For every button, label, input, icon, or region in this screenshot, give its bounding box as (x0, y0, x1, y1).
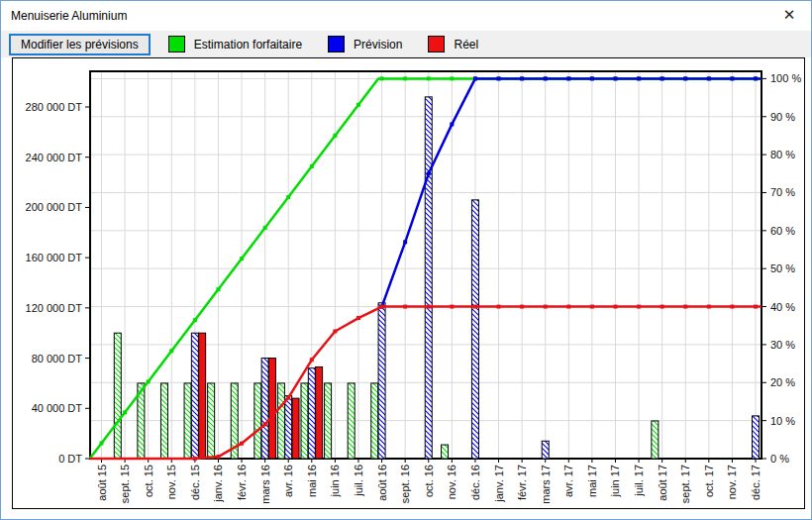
legend-label-estimation: Estimation forfaitaire (194, 38, 302, 52)
y-axis-left-label: 120 000 DT (26, 302, 83, 314)
bar-Estimation forfaitaire (277, 383, 284, 459)
marker-Estimation forfaitaire (147, 379, 151, 383)
marker-Réel (590, 305, 594, 309)
marker-Réel (566, 305, 570, 309)
modify-forecasts-button[interactable]: Modifier les prévisions (9, 34, 151, 55)
close-icon[interactable]: ✕ (775, 3, 803, 27)
marker-Réel (240, 442, 244, 446)
marker-Réel (497, 305, 501, 309)
x-axis-label: sept. 15 (119, 465, 131, 503)
y-axis-right-label: 50 % (770, 262, 795, 274)
x-axis-label: août 15 (96, 465, 108, 501)
bar-Réel (292, 398, 299, 459)
marker-Prévision (497, 76, 501, 80)
x-axis-label: janv. 16 (212, 465, 224, 503)
x-axis-label: mars 16 (259, 465, 271, 504)
x-axis-label: oct. 17 (703, 465, 715, 497)
chart-panel: août 15sept. 15oct. 15nov. 15déc. 15janv… (12, 57, 805, 509)
marker-Réel (730, 305, 734, 309)
marker-Prévision (566, 76, 570, 80)
legend-label-reel: Réel (454, 38, 478, 52)
bar-Prévision (542, 441, 549, 459)
bar-Prévision (425, 97, 432, 459)
marker-Réel (286, 396, 290, 400)
x-axis-label: févr. 17 (516, 465, 528, 500)
marker-Réel (683, 305, 687, 309)
marker-Estimation forfaitaire (193, 318, 197, 322)
bar-Réel (268, 359, 275, 459)
legend-item-prevision: Prévision (328, 36, 402, 52)
legend-swatch-reel (428, 36, 445, 52)
x-axis-label: sept. 16 (399, 465, 411, 503)
y-axis-left-label: 80 000 DT (32, 353, 83, 364)
x-axis-label: sept. 17 (679, 465, 691, 503)
app-window: Menuiserie Aluminium ✕ Modifier les prév… (0, 0, 812, 520)
bar-Estimation forfaitaire (325, 383, 332, 459)
marker-Réel (193, 457, 197, 461)
x-axis-label: juil. 16 (353, 465, 364, 497)
bar-Estimation forfaitaire (652, 421, 659, 459)
x-axis-label: août 17 (657, 465, 668, 501)
marker-Réel (754, 305, 758, 309)
toolbar: Modifier les prévisions Estimation forfa… (1, 31, 811, 57)
y-axis-left-label: 0 DT (58, 453, 82, 465)
marker-Estimation forfaitaire (240, 257, 244, 260)
marker-Réel (356, 316, 360, 320)
marker-Prévision (660, 76, 664, 80)
y-axis-left-label: 280 000 DT (26, 101, 83, 113)
marker-Réel (333, 329, 337, 333)
y-axis-left-label: 40 000 DT (32, 402, 83, 414)
x-axis-label: août 16 (376, 465, 388, 501)
x-axis-label: janv. 17 (493, 465, 505, 503)
marker-Estimation forfaitaire (169, 349, 173, 353)
marker-Réel (216, 455, 220, 459)
bar-Réel (199, 333, 206, 459)
x-axis-label: mai 16 (306, 465, 318, 497)
x-axis-label: avr. 17 (562, 465, 574, 497)
marker-Prévision (613, 76, 617, 80)
x-axis-label: déc. 17 (750, 465, 761, 500)
marker-Prévision (637, 76, 641, 80)
marker-Réel (263, 422, 267, 426)
marker-Réel (660, 305, 664, 309)
bar-Prévision (308, 368, 315, 459)
marker-Réel (473, 305, 477, 309)
y-axis-right-label: 20 % (770, 376, 795, 388)
x-axis-label: déc. 15 (189, 465, 201, 500)
bar-Estimation forfaitaire (442, 445, 449, 459)
bar-Prévision (378, 303, 385, 459)
y-axis-left-label: 160 000 DT (26, 252, 83, 263)
marker-Estimation forfaitaire (427, 76, 431, 80)
bar-Prévision (191, 333, 198, 459)
bar-Prévision (261, 359, 268, 459)
marker-Estimation forfaitaire (333, 134, 337, 138)
x-axis-label: oct. 16 (423, 465, 435, 497)
marker-Réel (450, 305, 454, 309)
legend-item-estimation: Estimation forfaitaire (168, 36, 302, 52)
marker-Prévision (707, 76, 711, 80)
bar-Estimation forfaitaire (371, 383, 378, 459)
bar-Estimation forfaitaire (114, 333, 121, 459)
bar-Prévision (285, 396, 292, 459)
y-axis-right-label: 60 % (770, 225, 795, 237)
marker-Prévision (544, 76, 548, 80)
chart-canvas: août 15sept. 15oct. 15nov. 15déc. 15janv… (13, 58, 804, 508)
marker-Prévision (590, 76, 594, 80)
y-axis-right-label: 10 % (770, 415, 795, 427)
bar-Estimation forfaitaire (348, 383, 355, 459)
x-axis-label: nov. 15 (165, 465, 177, 499)
marker-Réel (403, 305, 407, 309)
marker-Prévision (683, 76, 687, 80)
bar-Estimation forfaitaire (254, 383, 261, 459)
marker-Réel (637, 305, 641, 309)
x-axis-label: juin 16 (329, 465, 341, 497)
y-axis-right-label: 30 % (770, 339, 795, 351)
x-axis-label: nov. 17 (726, 465, 738, 499)
bar-Estimation forfaitaire (160, 383, 167, 459)
marker-Estimation forfaitaire (123, 410, 127, 414)
x-axis-label: févr. 16 (236, 465, 248, 500)
x-axis-label: oct. 15 (143, 465, 154, 497)
marker-Estimation forfaitaire (286, 195, 290, 199)
x-axis-label: nov. 16 (446, 465, 457, 499)
marker-Estimation forfaitaire (450, 76, 454, 80)
